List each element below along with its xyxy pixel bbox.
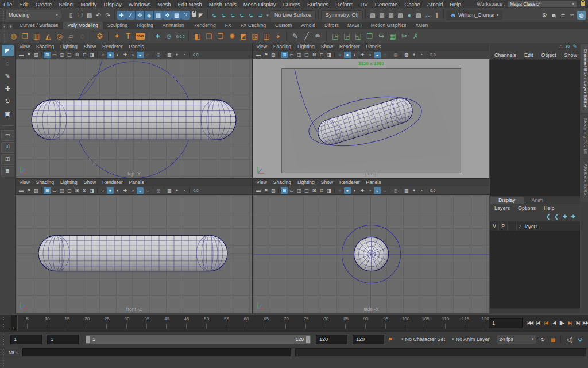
menu-item[interactable]: Surfaces: [304, 1, 332, 7]
vp-wireframe-icon[interactable]: ○: [336, 52, 343, 58]
step-back-frame-button[interactable]: |◀: [534, 320, 541, 325]
viewport-menu-item[interactable]: Shading: [33, 179, 57, 185]
viewport-menu-item[interactable]: View: [253, 179, 270, 185]
vp-grid-icon[interactable]: ⊞: [281, 52, 288, 58]
super-shape-icon[interactable]: ✦: [111, 31, 122, 42]
vp-ao-icon[interactable]: ◒: [137, 187, 144, 194]
viewport-menu-item[interactable]: Shading: [270, 44, 294, 49]
vp-resolution-gate-icon[interactable]: ◫: [296, 52, 303, 58]
select-mask-handles-icon[interactable]: ◈: [145, 11, 153, 20]
render-view-icon[interactable]: ▤: [368, 11, 377, 20]
vp-safe-title-icon[interactable]: ◨: [88, 187, 95, 194]
menu-item[interactable]: Cache: [401, 1, 423, 7]
viewport-menu-item[interactable]: Show: [318, 179, 336, 185]
move-tool[interactable]: ✚: [2, 83, 14, 94]
two-pane-layout-button[interactable]: ◫: [1, 154, 14, 165]
select-mask-help-icon[interactable]: ?: [181, 11, 190, 20]
scale-tool[interactable]: ▣: [2, 108, 14, 120]
poly-plane-icon[interactable]: ▱: [65, 31, 76, 42]
vp-image-plane-icon[interactable]: ▨: [270, 187, 277, 194]
vp-motion-blur-icon[interactable]: ◌: [381, 52, 388, 58]
channel-box-menu-item[interactable]: Channels: [490, 52, 520, 58]
shelf-tab[interactable]: Rigging: [132, 22, 158, 29]
menu-item[interactable]: Generate: [372, 1, 401, 7]
layer-name[interactable]: layer1: [524, 224, 538, 229]
shelf-tab[interactable]: Rendering: [189, 22, 220, 29]
vp-field-chart-icon[interactable]: ⊠: [311, 52, 318, 58]
menu-item[interactable]: Edit: [16, 1, 32, 7]
menu-item[interactable]: Modify: [78, 1, 100, 7]
vp-motion-blur-icon[interactable]: ◌: [381, 187, 388, 194]
animation-start-field[interactable]: 1: [10, 335, 42, 344]
viewport-menu-item[interactable]: Renderer: [336, 179, 363, 185]
layer-editor-menu-item[interactable]: Layers: [490, 205, 514, 211]
construction-plane-icon[interactable]: ✚: [152, 31, 163, 42]
play-backwards-button[interactable]: ◀: [550, 320, 558, 325]
wheel-icon[interactable]: ✺: [226, 31, 237, 42]
step-forward-key-button[interactable]: ▶|: [566, 320, 574, 325]
character-controls-icon[interactable]: ☻: [550, 11, 558, 20]
layer1[interactable]: V P ∕ layer1: [490, 222, 580, 231]
live-surface-field[interactable]: No Live Surface: [270, 10, 316, 20]
vp-wireframe-icon[interactable]: ○: [336, 187, 343, 194]
menu-item[interactable]: Mesh: [154, 1, 174, 7]
menu-item[interactable]: Edit Mesh: [175, 1, 206, 7]
vp-wireframe-icon[interactable]: ○: [99, 52, 106, 58]
select-component-icon[interactable]: ✜: [136, 11, 144, 20]
snap-to-grids-icon[interactable]: ⊂: [210, 11, 219, 20]
open-scene-icon[interactable]: ❒: [76, 11, 84, 20]
create-empty-layer-icon[interactable]: ✚: [563, 214, 567, 220]
vp-gamma-icon[interactable]: ◔: [181, 187, 188, 194]
range-slider[interactable]: 1 120: [86, 335, 311, 344]
viewport-menu-item[interactable]: Renderer: [99, 44, 126, 49]
command-language-toggle[interactable]: MEL: [5, 350, 22, 355]
channel-box-menu-item[interactable]: Show: [560, 52, 582, 58]
light-editor-icon[interactable]: ▤: [414, 11, 423, 20]
vp-image-plane-icon[interactable]: ▨: [33, 52, 40, 58]
character-set-select[interactable]: ▾ No Character Set: [401, 336, 445, 342]
vp-field-chart-icon[interactable]: ⊠: [74, 187, 80, 194]
range-end-handle[interactable]: [306, 336, 310, 343]
fold-icon[interactable]: ◩: [238, 31, 249, 42]
drag-handle[interactable]: [1, 9, 4, 20]
vp-gate-mask-icon[interactable]: ▢: [303, 52, 310, 58]
vp-exposure-icon[interactable]: ✦: [411, 187, 417, 194]
poly-type-icon[interactable]: T: [123, 31, 134, 42]
vp-xray-icon[interactable]: ▩: [166, 187, 173, 194]
layer-editor-menu-item[interactable]: Options: [514, 205, 540, 211]
menu-item[interactable]: Select: [55, 1, 77, 7]
snap-to-curves-icon[interactable]: ⊂: [219, 11, 228, 20]
single-pane-layout-button[interactable]: ▭: [1, 130, 14, 141]
shelf-tab[interactable]: XGen: [411, 22, 433, 29]
shelf-tab[interactable]: Sculpting: [103, 22, 132, 29]
viewport-menu-item[interactable]: Shading: [270, 179, 294, 185]
render-settings-icon[interactable]: ▤: [396, 11, 404, 20]
poly-torus-icon[interactable]: ◎: [54, 31, 65, 42]
viewport-menu-item[interactable]: Panels: [363, 179, 384, 185]
vp-isolate-select-icon[interactable]: ◎: [155, 187, 162, 194]
vp-gamma-icon[interactable]: ◔: [418, 187, 425, 194]
edit-expression-icon[interactable]: ✎: [572, 44, 577, 51]
shelf-tab[interactable]: Bifrost: [320, 22, 343, 29]
play-forwards-button[interactable]: ▶: [558, 319, 566, 327]
vp-grid-icon[interactable]: ⊞: [44, 52, 51, 58]
vp-lights-icon[interactable]: ✚: [359, 52, 366, 58]
vp-textured-icon[interactable]: ◐: [114, 52, 121, 58]
shelf-tab[interactable]: Motion Graphics: [366, 22, 411, 29]
hypershade-icon[interactable]: ●: [405, 11, 413, 20]
target-weld-icon[interactable]: ◫: [261, 31, 272, 42]
ipr-render-icon[interactable]: ▤: [386, 11, 395, 20]
snap-to-projected-center-icon[interactable]: ⊂: [238, 11, 246, 20]
vp-shadows-icon[interactable]: ◑: [366, 52, 373, 58]
vp-lights-icon[interactable]: ✚: [359, 187, 366, 194]
lattice-icon[interactable]: ▦: [387, 31, 398, 42]
bend-icon[interactable]: ↪: [376, 31, 386, 42]
vp-fps-counter[interactable]: 0.0: [192, 187, 200, 194]
step-back-key-button[interactable]: |◀: [542, 320, 550, 325]
vp-shaded-icon[interactable]: ●: [107, 187, 114, 194]
delete-cube-icon[interactable]: ❒: [364, 31, 375, 42]
vp-exposure-icon[interactable]: ✦: [173, 52, 180, 58]
vp-exposure-icon[interactable]: ✦: [411, 52, 417, 58]
outliner-pane-layout-button[interactable]: ≣: [1, 166, 14, 177]
viewport-canvas-front[interactable]: front -Z: [16, 195, 252, 313]
